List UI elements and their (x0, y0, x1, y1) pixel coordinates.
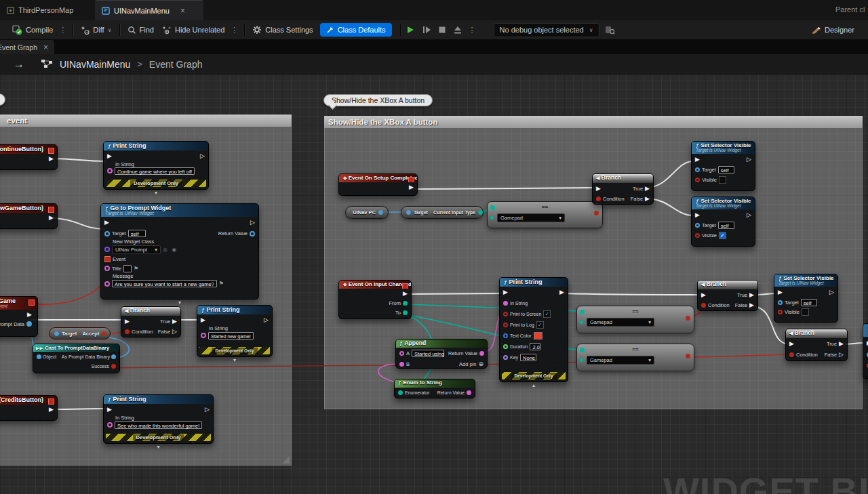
exec-out-pin[interactable]: ▶ (49, 215, 54, 221)
print-to-screen-pin[interactable] (503, 312, 508, 316)
exec-in-pin[interactable]: ▶ (503, 289, 508, 295)
target-pin[interactable] (104, 231, 110, 236)
add-pin-icon[interactable]: ⊕ (478, 361, 484, 367)
exec-in-pin[interactable]: ▶ (789, 341, 794, 347)
condition-pin[interactable] (125, 329, 130, 334)
exec-out-pin[interactable]: ▶ (559, 289, 564, 295)
return-value-pin[interactable] (479, 351, 484, 356)
class-defaults-button[interactable]: Class Defaults (320, 23, 392, 37)
enum-dropdown[interactable]: Gamepad▾ (587, 318, 654, 327)
node-enum-to-string[interactable]: ƒEnum to String EnumeratorReturn Value (394, 379, 475, 398)
return-value-pin[interactable] (467, 390, 471, 395)
false-exec-pin[interactable]: ▷ (172, 329, 177, 335)
node-branch-top[interactable]: ◀ Branch ▶True▶ ConditionFalse▶ (592, 173, 654, 205)
compile-options-icon[interactable]: ⋮ (57, 26, 69, 35)
output-pin[interactable] (378, 210, 383, 215)
exec-in-pin[interactable]: ▶ (701, 292, 706, 298)
node-branch-left[interactable]: ◀ Branch ▶True▶ ConditionFalse▷ (121, 306, 181, 337)
play-icon[interactable] (406, 25, 415, 35)
node-accept-compact[interactable]: Target Accept (49, 327, 111, 339)
a-pin[interactable] (399, 351, 404, 356)
collapse-chevron[interactable]: ▾ (178, 300, 181, 306)
class-picker-icons[interactable]: ◎ ◉ (163, 247, 178, 253)
exec-in-pin[interactable]: ▶ (778, 289, 783, 295)
visible-checkbox[interactable] (802, 308, 809, 316)
node-on-new-game[interactable]: OnNewGameCustom Event ▶ Prompt Data (0, 296, 38, 337)
false-exec-pin[interactable]: ▷ (839, 352, 844, 358)
node-equal-enum-3[interactable]: == Gamepad▾ (576, 344, 694, 371)
node-set-selector-visible-3[interactable]: ƒSet Selector VisibleTarget is UINav Wid… (774, 274, 838, 323)
to-pin[interactable] (403, 310, 408, 315)
key-pin[interactable] (503, 355, 508, 360)
delegate-pin[interactable] (28, 300, 35, 306)
result-pin[interactable] (686, 316, 690, 321)
exec-out-pin[interactable]: ▷ (250, 220, 255, 226)
eject-icon[interactable] (453, 26, 462, 35)
title-pin[interactable] (104, 266, 110, 271)
stop-icon[interactable] (438, 26, 446, 34)
condition-pin[interactable] (596, 197, 601, 201)
exec-out-pin[interactable]: ▶ (409, 184, 414, 190)
node-current-input-type[interactable]: Target Current Input Type (401, 206, 484, 219)
target-pin[interactable] (695, 223, 700, 228)
enum-dropdown[interactable]: Gamepad▾ (587, 356, 654, 365)
return-value-pin[interactable] (250, 231, 255, 236)
exec-out-pin[interactable]: ▷ (264, 317, 269, 323)
true-exec-pin[interactable]: ▶ (645, 186, 650, 192)
visible-pin[interactable] (695, 233, 700, 238)
output-pin[interactable] (478, 210, 483, 215)
delegate-pin[interactable] (48, 207, 54, 213)
collapse-chevron[interactable]: ▾ (157, 444, 159, 450)
input-a-pin[interactable] (580, 310, 585, 314)
delegate-pin[interactable] (402, 283, 408, 289)
condition-pin[interactable] (701, 303, 706, 308)
play-options-icon[interactable]: ⋮ (467, 26, 479, 35)
exec-in-pin[interactable]: ▶ (695, 157, 700, 163)
input-b-pin[interactable] (490, 216, 494, 220)
comment-title-right[interactable]: Show/Hide the XBox A button (324, 116, 863, 128)
exec-in-pin[interactable]: ▶ (107, 153, 112, 159)
comment-bubble-right[interactable]: Show/Hide the XBox A button (323, 94, 433, 106)
close-tab-icon[interactable]: × (43, 43, 48, 52)
node-print-string-3[interactable]: ƒPrint String ▶▷ In String See who made … (103, 394, 214, 444)
designer-button[interactable]: Designer (807, 22, 859, 37)
exec-out-pin[interactable]: ▷ (200, 153, 205, 159)
node-event-on-setup-completed[interactable]: ◆ Event On Setup Completed ▶ (338, 173, 418, 196)
collapse-chevron[interactable]: ▾ (233, 357, 236, 363)
exec-out-pin[interactable]: ▷ (747, 212, 751, 218)
string-pin[interactable] (107, 422, 113, 428)
exec-in-pin[interactable]: ▶ (125, 318, 130, 325)
exec-out-pin[interactable]: ▶ (27, 312, 32, 318)
result-pin[interactable] (686, 354, 690, 358)
exec-in-pin[interactable]: ▶ (107, 407, 112, 413)
node-set-selector-visible-2[interactable]: ƒSet Selector VisibleTarget is UINav Wid… (691, 197, 755, 247)
node-set-selector-visible-1[interactable]: ƒSet Selector VisibleTarget is UINav Wid… (691, 141, 755, 191)
node-uinav-pc[interactable]: UINav PC (345, 206, 389, 219)
node-print-string-expanded[interactable]: ƒPrint String ▶▶ In String Print to Scre… (499, 277, 568, 382)
text-color-swatch[interactable] (534, 332, 542, 339)
target-pin[interactable] (406, 210, 411, 215)
false-exec-pin[interactable]: ▶ (749, 302, 754, 308)
debug-object-dropdown[interactable]: No debug object selected∨ (494, 23, 599, 37)
as-prompt-data-binary-pin[interactable] (111, 354, 116, 359)
exec-in-pin[interactable]: ▶ (201, 317, 205, 323)
success-pin[interactable] (111, 364, 116, 369)
accept-delegate-pin[interactable] (102, 331, 106, 336)
input-a-pin[interactable] (580, 348, 585, 352)
event-delegate-pin[interactable] (104, 256, 111, 262)
print-to-log-pin[interactable] (503, 323, 508, 327)
widget-class-dropdown[interactable]: UINav Prompt▾ (112, 245, 161, 254)
close-tab-icon[interactable]: × (180, 6, 185, 16)
string-pin[interactable] (201, 333, 206, 338)
input-a-pin[interactable] (490, 205, 495, 210)
hide-unrelated-button[interactable]: Hide Unrelated (158, 22, 229, 37)
comment-resize-handle[interactable] (282, 456, 290, 464)
node-on-clicked-credits[interactable]: On Clicked (CreditsButton) ▶ (0, 395, 58, 421)
hide-unrelated-options-icon[interactable]: ⋮ (229, 26, 241, 35)
enum-dropdown[interactable]: Gamepad▾ (497, 213, 565, 222)
exec-out-pin[interactable]: ▷ (205, 407, 210, 413)
target-pin[interactable] (695, 167, 700, 172)
text-color-pin[interactable] (503, 333, 508, 338)
node-print-string-1[interactable]: ƒPrint String ▶▷ In String Continue game… (103, 141, 209, 190)
exec-out-pin[interactable]: ▷ (829, 289, 834, 295)
